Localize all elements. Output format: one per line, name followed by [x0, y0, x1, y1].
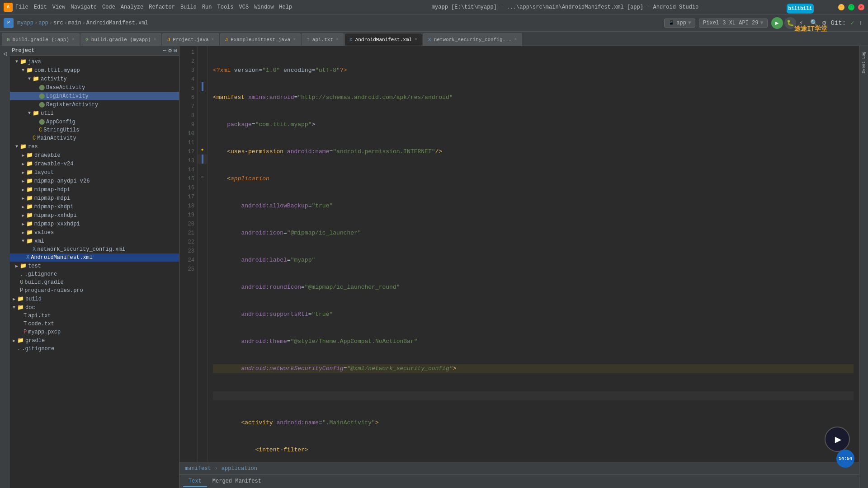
menu-run[interactable]: Run [202, 4, 212, 10]
tab-build-gradle-myapp[interactable]: G build.gradle (myapp) × [80, 33, 161, 46]
menu-analyze[interactable]: Analyze [121, 4, 143, 10]
code-content[interactable]: <?xml version="1.0" encoding="utf-8"?> <… [208, 46, 859, 462]
tree-gitignore-app[interactable]: . .gitignore [10, 270, 179, 278]
tab-text-view[interactable]: Text [183, 476, 207, 487]
device-selector[interactable]: Pixel 3 XL API 29 ▼ [699, 19, 768, 28]
bc-main[interactable]: main [68, 20, 81, 26]
menu-tools[interactable]: Tools [217, 4, 234, 10]
tree-proguard[interactable]: P proguard-rules.pro [10, 286, 179, 295]
sidebar-options[interactable]: ⋯ [163, 47, 167, 54]
minimize-button[interactable]: − [838, 4, 844, 10]
code-line-7: android:icon="@mipmap/ic_launcher" [213, 229, 854, 238]
tree-gradle[interactable]: ▶ 📁 gradle [10, 336, 179, 345]
tree-android-manifest[interactable]: X AndroidManifest.xml [10, 253, 179, 262]
tree-util-folder[interactable]: ▼ 📁 util [10, 109, 179, 117]
tree-test[interactable]: ▶ 📁 test [10, 262, 179, 270]
tree-network-security-config[interactable]: X network_security_config.xml [10, 245, 179, 253]
tree-build-top[interactable]: ▶ 📁 build [10, 295, 179, 303]
bc-app[interactable]: app [38, 20, 48, 26]
bc-manifest[interactable]: manifest [185, 465, 211, 472]
tree-login-activity[interactable]: ⬤ LoginActivity [10, 92, 179, 100]
tree-values[interactable]: ▶ 📁 values [10, 228, 179, 237]
tab-close-example-unit-test[interactable]: × [293, 37, 296, 42]
title-bar: A File Edit View Navigate Code Analyze R… [0, 0, 868, 14]
tree-mipmap-xxhdpi[interactable]: ▶ 📁 mipmap-xxhdpi [10, 211, 179, 220]
menu-window[interactable]: Window [254, 4, 274, 10]
tree-mipmap-hdpi[interactable]: ▶ 📁 mipmap-hdpi [10, 185, 179, 194]
menu-view[interactable]: View [52, 4, 66, 10]
tab-example-unit-test[interactable]: J ExampleUnitTest.java × [220, 33, 301, 46]
tree-main-activity[interactable]: C MainActivity [10, 134, 179, 142]
video-play-button[interactable]: ▶ [825, 427, 850, 452]
code-line-2: <manifest xmlns:android="http://schemas.… [213, 93, 854, 102]
tree-mipmap-xhdpi[interactable]: ▶ 📁 mipmap-xhdpi [10, 202, 179, 211]
tree-mipmap-anydpi[interactable]: ▶ 📁 mipmap-anydpi-v26 [10, 177, 179, 185]
bc-src[interactable]: src [53, 20, 63, 26]
tab-close-android-manifest[interactable]: × [415, 37, 417, 42]
tab-close-project-java[interactable]: × [212, 37, 214, 42]
bc-myapp[interactable]: myapp [17, 20, 33, 26]
tree-string-utils[interactable]: C StringUtils [10, 126, 179, 134]
tree-xml-folder[interactable]: ▼ 📁 xml [10, 237, 179, 245]
tree-gitignore-root[interactable]: . .gitignore [10, 345, 179, 353]
check-icon[interactable]: ✓ [849, 18, 856, 28]
left-panel-toggle[interactable]: ◁ [3, 50, 7, 57]
tab-merged-manifest[interactable]: Merged Manifest [207, 476, 267, 487]
menu-file[interactable]: File [15, 4, 28, 10]
tree-code-txt[interactable]: T code.txt [10, 320, 179, 328]
tree-build-gradle[interactable]: G build.gradle [10, 278, 179, 286]
tree-activity-folder[interactable]: ▼ 📁 activity [10, 75, 179, 83]
tree-app-config[interactable]: ⬤ AppConfig [10, 117, 179, 126]
menu-build[interactable]: Build [180, 4, 197, 10]
tab-close-build-gradle-myapp[interactable]: × [154, 37, 156, 42]
menu-refactor[interactable]: Refactor [149, 4, 175, 10]
tab-network-security[interactable]: X network_security_config... × [423, 33, 522, 46]
tab-project-java[interactable]: J Project.java × [162, 33, 219, 46]
bc-manifest[interactable]: AndroidManifest.xml [86, 20, 148, 26]
code-line-11: android:theme="@style/Theme.AppCompat.No… [213, 337, 854, 346]
menu-navigate[interactable]: Navigate [71, 4, 97, 10]
tree-register-activity[interactable]: ⬤ RegisterActivity [10, 100, 179, 109]
sidebar-gear[interactable]: ⚙ [168, 47, 172, 54]
tree-mipmap-mdpi[interactable]: ▶ 📁 mipmap-mdpi [10, 194, 179, 202]
close-button[interactable]: × [858, 4, 864, 10]
watermark: 途途IT学堂 [794, 25, 827, 33]
code-editor[interactable]: 1 2 3 4 5 6 7 8 9 10 11 12 13 14 15 16 1… [179, 46, 859, 462]
sidebar-collapse[interactable]: ⊟ [174, 47, 177, 54]
app-icon: A [4, 3, 13, 12]
tab-close-network-security[interactable]: × [514, 37, 517, 42]
tab-build-gradle-app[interactable]: G build.gradle (:app) × [2, 33, 80, 46]
tree-drawable-v24[interactable]: ▶ 📁 drawable-v24 [10, 160, 179, 168]
tab-android-manifest[interactable]: X AndroidManifest.xml × [344, 33, 422, 46]
tree-drawable[interactable]: ▶ 📁 drawable [10, 151, 179, 160]
tab-close-api-txt[interactable]: × [336, 37, 339, 42]
tree-myapp-pxcp[interactable]: P myapp.pxcp [10, 328, 179, 336]
menu-help[interactable]: Help [279, 4, 292, 10]
menu-bar: File Edit View Navigate Code Analyze Ref… [15, 4, 292, 10]
event-log-tab[interactable]: Event Log [861, 50, 867, 75]
window-controls: − □ × [838, 4, 864, 10]
update-icon[interactable]: ↑ [857, 19, 864, 28]
tree-doc[interactable]: ▼ 📁 doc [10, 303, 179, 312]
tree-com-ttit[interactable]: ▼ 📁 com.ttit.myapp [10, 66, 179, 75]
menu-vcs[interactable]: VCS [239, 4, 249, 10]
menu-edit[interactable]: Edit [34, 4, 47, 10]
run-config-selector[interactable]: 📱 app ▼ [664, 19, 695, 28]
tree-api-txt[interactable]: T api.txt [10, 312, 179, 320]
maximize-button[interactable]: □ [848, 4, 854, 10]
device-label: Pixel 3 XL API 29 [703, 20, 758, 26]
tab-api-txt[interactable]: T api.txt × [302, 33, 344, 46]
tree-layout[interactable]: ▶ 📁 layout [10, 168, 179, 177]
editor-view-tabs: Text Merged Manifest [179, 474, 859, 488]
code-line-14: <activity android:name=".MainActivity"> [213, 418, 854, 427]
tree-mipmap-xxxhdpi[interactable]: ▶ 📁 mipmap-xxxhdpi [10, 220, 179, 228]
menu-code[interactable]: Code [102, 4, 115, 10]
tree-java[interactable]: ▼ 📁 java [10, 57, 179, 66]
tab-close-build-gradle-app[interactable]: × [72, 37, 75, 42]
run-button[interactable]: ▶ [771, 17, 783, 29]
bc-application[interactable]: application [222, 465, 257, 472]
tree-base-activity[interactable]: ⬤ BaseActivity [10, 83, 179, 92]
git-icon[interactable]: Git: [829, 19, 848, 28]
tree-res[interactable]: ▼ 📁 res [10, 142, 179, 151]
code-line-12: android:networkSecurityConfig="@xml/netw… [213, 364, 854, 373]
